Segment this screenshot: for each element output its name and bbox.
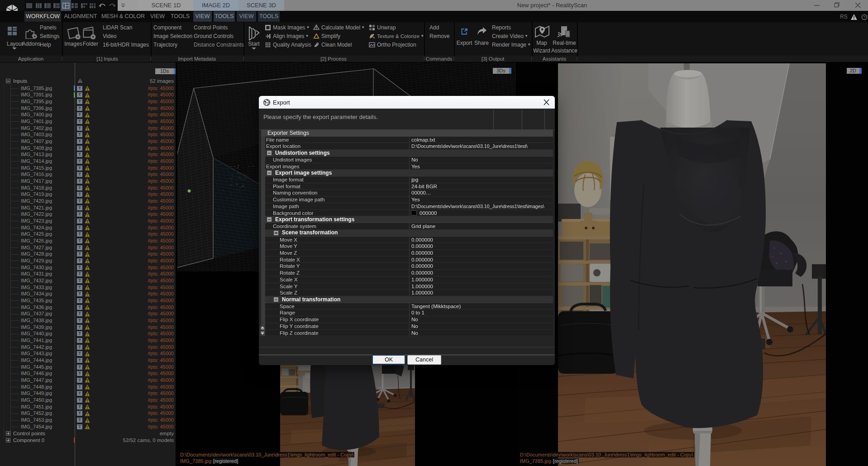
svg-text:?: ? [863, 15, 865, 19]
